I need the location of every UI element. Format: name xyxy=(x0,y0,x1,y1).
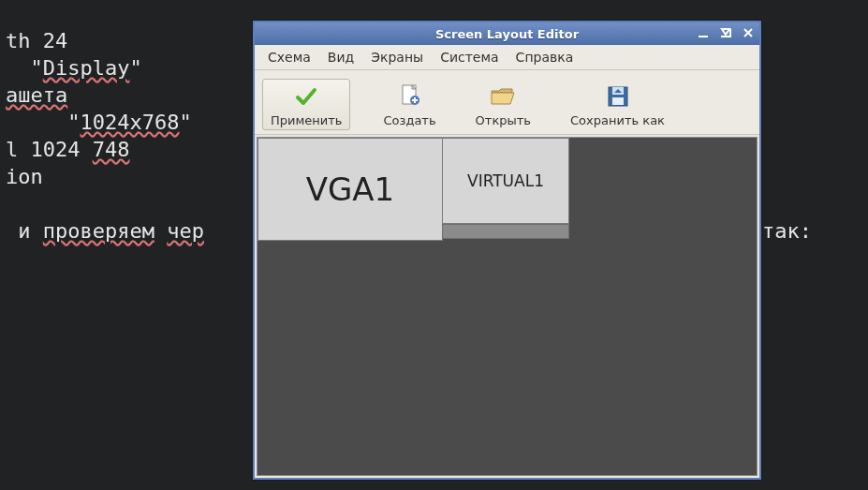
apply-label: Применить xyxy=(271,113,342,127)
create-button[interactable]: Создать xyxy=(376,79,442,130)
screen-layout-editor-window[interactable]: Screen Layout Editor Схема Вид Экраны Си… xyxy=(253,21,761,480)
window-title: Screen Layout Editor xyxy=(435,27,579,41)
terminal-line: ion xyxy=(6,165,43,188)
checkmark-icon xyxy=(294,82,318,111)
terminal-line: "Display" xyxy=(6,56,142,80)
toolbar: Применить Создать Открыть Сохранить как xyxy=(255,70,759,135)
maximize-button[interactable] xyxy=(718,25,733,40)
layout-canvas[interactable]: VGA1 VIRTUAL1 xyxy=(257,137,758,476)
terminal-line: th 24 xyxy=(6,29,67,52)
save-as-button[interactable]: Сохранить как xyxy=(564,79,671,130)
screen-virtual1[interactable]: VIRTUAL1 xyxy=(442,138,569,224)
menu-scheme[interactable]: Схема xyxy=(260,48,318,67)
apply-button[interactable]: Применить xyxy=(262,79,350,130)
menubar: Схема Вид Экраны Система Справка xyxy=(255,45,759,70)
close-button[interactable] xyxy=(741,25,756,40)
window-titlebar[interactable]: Screen Layout Editor xyxy=(255,22,759,45)
menu-screens[interactable]: Экраны xyxy=(363,48,431,67)
screen-vga1-label: VGA1 xyxy=(306,171,395,208)
new-file-icon xyxy=(399,82,421,111)
terminal-line: "1024x768" xyxy=(6,111,192,134)
screen-virtual1-disabled-area xyxy=(442,224,569,239)
save-as-label: Сохранить как xyxy=(570,113,665,127)
folder-open-icon xyxy=(490,82,516,111)
screen-virtual1-label: VIRTUAL1 xyxy=(467,171,544,190)
menu-view[interactable]: Вид xyxy=(320,48,361,67)
minimize-button[interactable] xyxy=(696,25,711,40)
terminal-line: ашета xyxy=(6,83,67,107)
menu-help[interactable]: Справка xyxy=(508,48,581,67)
terminal-line: l 1024 748 xyxy=(6,138,129,161)
open-label: Открыть xyxy=(476,113,531,127)
save-as-icon xyxy=(606,82,630,111)
menu-system[interactable]: Система xyxy=(433,48,506,67)
svg-rect-0 xyxy=(699,36,708,37)
create-label: Создать xyxy=(383,113,435,127)
open-button[interactable]: Открыть xyxy=(469,79,537,130)
svg-rect-10 xyxy=(612,97,624,105)
screen-vga1[interactable]: VGA1 xyxy=(257,138,443,241)
